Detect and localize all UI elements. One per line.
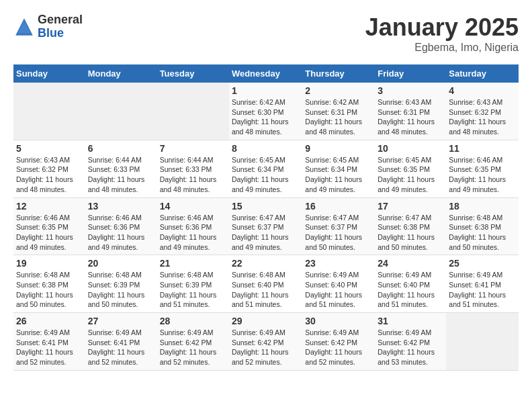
header-thursday: Thursday <box>302 64 375 83</box>
day-info: Sunrise: 6:43 AM Sunset: 6:32 PM Dayligh… <box>16 155 83 195</box>
calendar-cell: 17Sunrise: 6:47 AM Sunset: 6:38 PM Dayli… <box>375 197 446 255</box>
day-number: 31 <box>378 316 443 326</box>
day-number: 10 <box>378 143 443 154</box>
day-number: 11 <box>449 143 516 154</box>
header-friday: Friday <box>375 64 446 83</box>
day-info: Sunrise: 6:48 AM Sunset: 6:40 PM Dayligh… <box>232 270 300 310</box>
day-info: Sunrise: 6:49 AM Sunset: 6:40 PM Dayligh… <box>378 270 443 310</box>
day-number: 24 <box>378 258 443 269</box>
day-info: Sunrise: 6:44 AM Sunset: 6:33 PM Dayligh… <box>160 155 226 195</box>
day-info: Sunrise: 6:49 AM Sunset: 6:40 PM Dayligh… <box>305 270 372 310</box>
header-monday: Monday <box>85 64 157 83</box>
calendar-cell: 24Sunrise: 6:49 AM Sunset: 6:40 PM Dayli… <box>375 255 446 313</box>
day-number: 17 <box>378 201 443 212</box>
calendar-cell: 22Sunrise: 6:48 AM Sunset: 6:40 PM Dayli… <box>229 255 302 313</box>
day-number: 25 <box>449 258 516 269</box>
day-info: Sunrise: 6:49 AM Sunset: 6:42 PM Dayligh… <box>160 328 226 367</box>
day-info: Sunrise: 6:46 AM Sunset: 6:36 PM Dayligh… <box>88 213 154 253</box>
calendar-cell: 26Sunrise: 6:49 AM Sunset: 6:41 PM Dayli… <box>13 313 85 371</box>
logo-blue: Blue <box>38 27 83 40</box>
header-sunday: Sunday <box>13 64 85 83</box>
calendar-cell: 11Sunrise: 6:46 AM Sunset: 6:35 PM Dayli… <box>446 140 519 197</box>
logo-text: General Blue <box>38 13 83 40</box>
day-number: 27 <box>88 316 154 326</box>
calendar-cell <box>13 83 85 140</box>
header-wednesday: Wednesday <box>229 64 302 83</box>
calendar-cell: 23Sunrise: 6:49 AM Sunset: 6:40 PM Dayli… <box>302 255 375 313</box>
day-number: 19 <box>16 258 83 269</box>
day-info: Sunrise: 6:44 AM Sunset: 6:33 PM Dayligh… <box>88 155 154 195</box>
calendar-week-row: 26Sunrise: 6:49 AM Sunset: 6:41 PM Dayli… <box>13 313 519 371</box>
calendar-cell: 15Sunrise: 6:47 AM Sunset: 6:37 PM Dayli… <box>229 197 302 255</box>
calendar-week-row: 12Sunrise: 6:46 AM Sunset: 6:35 PM Dayli… <box>13 197 519 255</box>
calendar-week-row: 19Sunrise: 6:48 AM Sunset: 6:38 PM Dayli… <box>13 255 519 313</box>
logo-general: General <box>38 13 83 27</box>
day-info: Sunrise: 6:49 AM Sunset: 6:41 PM Dayligh… <box>16 328 83 367</box>
calendar-cell <box>157 83 229 140</box>
calendar-cell: 27Sunrise: 6:49 AM Sunset: 6:41 PM Dayli… <box>85 313 157 371</box>
calendar-cell: 1Sunrise: 6:42 AM Sunset: 6:30 PM Daylig… <box>229 83 302 140</box>
calendar-cell: 28Sunrise: 6:49 AM Sunset: 6:42 PM Dayli… <box>157 313 229 371</box>
calendar-table: Sunday Monday Tuesday Wednesday Thursday… <box>13 64 519 371</box>
day-number: 28 <box>160 316 226 326</box>
day-number: 16 <box>305 201 372 212</box>
day-number: 8 <box>232 143 300 154</box>
calendar-cell <box>85 83 157 140</box>
day-number: 6 <box>88 143 154 154</box>
day-info: Sunrise: 6:49 AM Sunset: 6:42 PM Dayligh… <box>378 328 443 367</box>
calendar-cell: 21Sunrise: 6:48 AM Sunset: 6:39 PM Dayli… <box>157 255 229 313</box>
calendar-title: January 2025 <box>365 13 519 42</box>
calendar-cell: 18Sunrise: 6:48 AM Sunset: 6:38 PM Dayli… <box>446 197 519 255</box>
day-info: Sunrise: 6:43 AM Sunset: 6:31 PM Dayligh… <box>378 97 443 137</box>
calendar-cell <box>446 313 519 371</box>
calendar-cell: 9Sunrise: 6:45 AM Sunset: 6:34 PM Daylig… <box>302 140 375 197</box>
day-number: 22 <box>232 258 300 269</box>
day-info: Sunrise: 6:48 AM Sunset: 6:38 PM Dayligh… <box>16 270 83 310</box>
calendar-cell: 20Sunrise: 6:48 AM Sunset: 6:39 PM Dayli… <box>85 255 157 313</box>
day-info: Sunrise: 6:49 AM Sunset: 6:42 PM Dayligh… <box>232 328 300 367</box>
day-info: Sunrise: 6:48 AM Sunset: 6:38 PM Dayligh… <box>449 213 516 253</box>
day-info: Sunrise: 6:42 AM Sunset: 6:30 PM Dayligh… <box>232 97 300 137</box>
day-number: 2 <box>305 85 372 96</box>
calendar-cell: 29Sunrise: 6:49 AM Sunset: 6:42 PM Dayli… <box>229 313 302 371</box>
calendar-cell: 19Sunrise: 6:48 AM Sunset: 6:38 PM Dayli… <box>13 255 85 313</box>
day-number: 26 <box>16 316 83 326</box>
calendar-week-row: 1Sunrise: 6:42 AM Sunset: 6:30 PM Daylig… <box>13 83 519 140</box>
day-info: Sunrise: 6:47 AM Sunset: 6:38 PM Dayligh… <box>378 213 443 253</box>
calendar-cell: 7Sunrise: 6:44 AM Sunset: 6:33 PM Daylig… <box>157 140 229 197</box>
calendar-cell: 16Sunrise: 6:47 AM Sunset: 6:37 PM Dayli… <box>302 197 375 255</box>
day-number: 18 <box>449 201 516 212</box>
day-info: Sunrise: 6:45 AM Sunset: 6:34 PM Dayligh… <box>232 155 300 195</box>
day-number: 30 <box>305 316 372 326</box>
day-info: Sunrise: 6:43 AM Sunset: 6:32 PM Dayligh… <box>449 97 516 137</box>
day-info: Sunrise: 6:48 AM Sunset: 6:39 PM Dayligh… <box>160 270 226 310</box>
day-info: Sunrise: 6:49 AM Sunset: 6:41 PM Dayligh… <box>88 328 154 367</box>
day-info: Sunrise: 6:45 AM Sunset: 6:34 PM Dayligh… <box>305 155 372 195</box>
day-number: 5 <box>16 143 83 154</box>
day-info: Sunrise: 6:42 AM Sunset: 6:31 PM Dayligh… <box>305 97 372 137</box>
day-info: Sunrise: 6:46 AM Sunset: 6:36 PM Dayligh… <box>160 213 226 253</box>
calendar-cell: 2Sunrise: 6:42 AM Sunset: 6:31 PM Daylig… <box>302 83 375 140</box>
calendar-cell: 25Sunrise: 6:49 AM Sunset: 6:41 PM Dayli… <box>446 255 519 313</box>
calendar-cell: 10Sunrise: 6:45 AM Sunset: 6:35 PM Dayli… <box>375 140 446 197</box>
calendar-cell: 6Sunrise: 6:44 AM Sunset: 6:33 PM Daylig… <box>85 140 157 197</box>
day-info: Sunrise: 6:47 AM Sunset: 6:37 PM Dayligh… <box>305 213 372 253</box>
day-info: Sunrise: 6:47 AM Sunset: 6:37 PM Dayligh… <box>232 213 300 253</box>
calendar-cell: 13Sunrise: 6:46 AM Sunset: 6:36 PM Dayli… <box>85 197 157 255</box>
day-info: Sunrise: 6:49 AM Sunset: 6:41 PM Dayligh… <box>449 270 516 310</box>
header-tuesday: Tuesday <box>157 64 229 83</box>
calendar-body: 1Sunrise: 6:42 AM Sunset: 6:30 PM Daylig… <box>13 83 519 370</box>
calendar-week-row: 5Sunrise: 6:43 AM Sunset: 6:32 PM Daylig… <box>13 140 519 197</box>
header-saturday: Saturday <box>446 64 519 83</box>
day-info: Sunrise: 6:45 AM Sunset: 6:35 PM Dayligh… <box>378 155 443 195</box>
day-number: 13 <box>88 201 154 212</box>
calendar-header: Sunday Monday Tuesday Wednesday Thursday… <box>13 64 519 83</box>
calendar-cell: 5Sunrise: 6:43 AM Sunset: 6:32 PM Daylig… <box>13 140 85 197</box>
calendar-cell: 3Sunrise: 6:43 AM Sunset: 6:31 PM Daylig… <box>375 83 446 140</box>
logo-icon <box>13 16 35 38</box>
calendar-subtitle: Egbema, Imo, Nigeria <box>365 42 519 54</box>
day-number: 15 <box>232 201 300 212</box>
calendar-cell: 12Sunrise: 6:46 AM Sunset: 6:35 PM Dayli… <box>13 197 85 255</box>
calendar-cell: 14Sunrise: 6:46 AM Sunset: 6:36 PM Dayli… <box>157 197 229 255</box>
logo: General Blue <box>13 13 83 40</box>
